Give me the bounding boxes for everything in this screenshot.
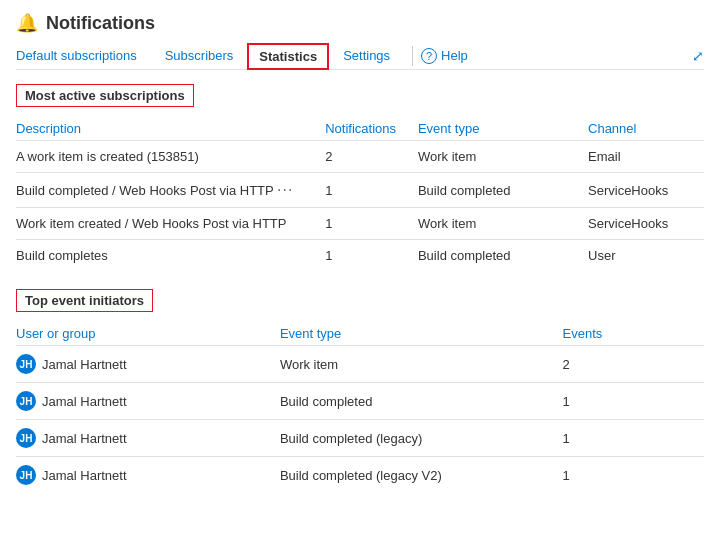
avatar: JH <box>16 465 36 485</box>
table-row: JHJamal HartnettBuild completed1 <box>16 383 704 420</box>
cell-description: Build completed / Web Hooks Post via HTT… <box>16 173 325 208</box>
cell-events: 1 <box>563 457 704 494</box>
most-active-table: Description Notifications Event type Cha… <box>16 117 704 271</box>
avatar: JH <box>16 391 36 411</box>
cell-notifications: 1 <box>325 173 418 208</box>
cell-channel: ServiceHooks <box>588 173 704 208</box>
avatar: JH <box>16 428 36 448</box>
cell-user: JHJamal Hartnett <box>16 420 280 457</box>
tab-settings[interactable]: Settings <box>329 42 404 69</box>
help-icon: ? <box>421 48 437 64</box>
cell-event-type: Work item <box>418 208 588 240</box>
col-header-channel: Channel <box>588 117 704 141</box>
tab-subscribers[interactable]: Subscribers <box>151 42 248 69</box>
user-name: Jamal Hartnett <box>42 468 127 483</box>
cell-event-type: Build completed (legacy V2) <box>280 457 563 494</box>
table-row: A work item is created (153851)2Work ite… <box>16 141 704 173</box>
cell-channel: Email <box>588 141 704 173</box>
cell-notifications: 1 <box>325 240 418 272</box>
cell-event-type: Work item <box>280 346 563 383</box>
top-initiators-table: User or group Event type Events JHJamal … <box>16 322 704 493</box>
cell-event-type: Work item <box>418 141 588 173</box>
top-initiators-section-header: Top event initiators <box>16 289 153 312</box>
user-cell: JHJamal Hartnett <box>16 465 272 485</box>
page-title: Notifications <box>46 13 155 34</box>
top-initiators-table-header: User or group Event type Events <box>16 322 704 346</box>
cell-description: A work item is created (153851) <box>16 141 325 173</box>
cell-user: JHJamal Hartnett <box>16 457 280 494</box>
expand-icon[interactable]: ⤢ <box>692 48 704 64</box>
nav-tabs: Default subscriptions Subscribers Statis… <box>16 42 704 70</box>
col-header-description: Description <box>16 117 325 141</box>
cell-description: Build completes <box>16 240 325 272</box>
user-cell: JHJamal Hartnett <box>16 428 272 448</box>
cell-notifications: 1 <box>325 208 418 240</box>
cell-events: 1 <box>563 383 704 420</box>
cell-user: JHJamal Hartnett <box>16 346 280 383</box>
nav-divider <box>412 46 413 66</box>
table-row: Build completed / Web Hooks Post via HTT… <box>16 173 704 208</box>
table-row: JHJamal HartnettWork item2 <box>16 346 704 383</box>
page-header: 🔔 Notifications <box>16 12 704 34</box>
col-header-event-type2: Event type <box>280 322 563 346</box>
cell-channel: User <box>588 240 704 272</box>
user-name: Jamal Hartnett <box>42 357 127 372</box>
cell-user: JHJamal Hartnett <box>16 383 280 420</box>
cell-events: 1 <box>563 420 704 457</box>
table-row: JHJamal HartnettBuild completed (legacy)… <box>16 420 704 457</box>
cell-event-type: Build completed <box>280 383 563 420</box>
col-header-notifications: Notifications <box>325 117 418 141</box>
user-cell: JHJamal Hartnett <box>16 354 272 374</box>
help-link[interactable]: ? Help <box>421 48 468 64</box>
table-row: Work item created / Web Hooks Post via H… <box>16 208 704 240</box>
table-row: Build completes1Build completedUser <box>16 240 704 272</box>
most-active-table-header: Description Notifications Event type Cha… <box>16 117 704 141</box>
col-header-event-type: Event type <box>418 117 588 141</box>
tab-default-subscriptions[interactable]: Default subscriptions <box>16 42 151 69</box>
user-name: Jamal Hartnett <box>42 394 127 409</box>
cell-events: 2 <box>563 346 704 383</box>
cell-channel: ServiceHooks <box>588 208 704 240</box>
bell-icon: 🔔 <box>16 12 38 34</box>
most-active-section-header: Most active subscriptions <box>16 84 194 107</box>
description-text: Build completed / Web Hooks Post via HTT… <box>16 183 273 198</box>
cell-event-type: Build completed <box>418 240 588 272</box>
col-header-events: Events <box>563 322 704 346</box>
user-name: Jamal Hartnett <box>42 431 127 446</box>
cell-notifications: 2 <box>325 141 418 173</box>
user-cell: JHJamal Hartnett <box>16 391 272 411</box>
cell-description: Work item created / Web Hooks Post via H… <box>16 208 325 240</box>
help-label: Help <box>441 48 468 63</box>
tab-statistics[interactable]: Statistics <box>247 43 329 70</box>
cell-event-type: Build completed (legacy) <box>280 420 563 457</box>
table-row: JHJamal HartnettBuild completed (legacy … <box>16 457 704 494</box>
ellipsis-icon[interactable]: ··· <box>277 181 293 198</box>
cell-event-type: Build completed <box>418 173 588 208</box>
col-header-user-group: User or group <box>16 322 280 346</box>
avatar: JH <box>16 354 36 374</box>
